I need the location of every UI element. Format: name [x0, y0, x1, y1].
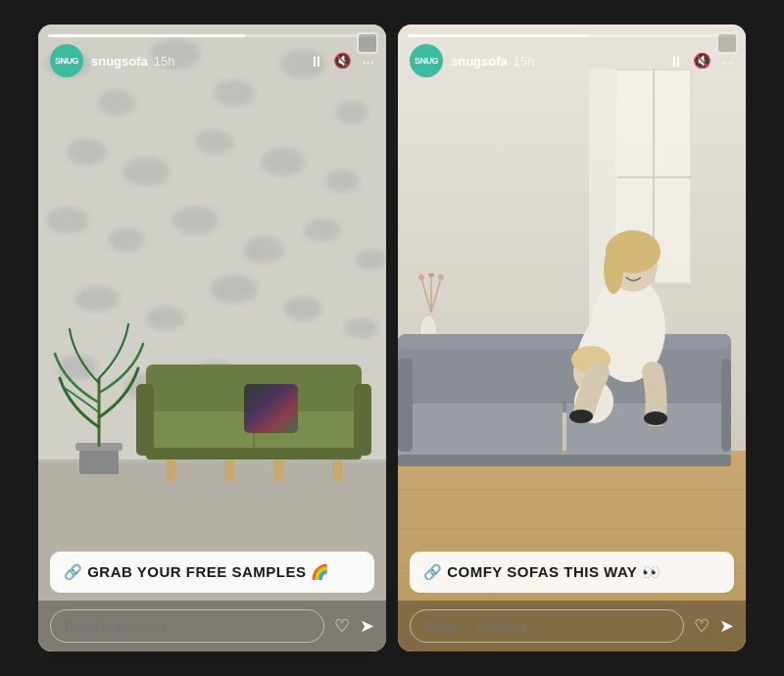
story-card-left: SNUG snugsofa 15h ⏸ 🔇 ···	[38, 24, 386, 652]
mute-icon-left[interactable]: 🔇	[333, 52, 352, 70]
pause-icon-left[interactable]: ⏸	[309, 53, 323, 70]
svg-rect-36	[166, 459, 175, 481]
heart-icon-right[interactable]: ♡	[694, 615, 710, 637]
header-actions-right: ⏸ 🔇 ···	[668, 52, 734, 70]
story-footer-right: ♡ ➤	[398, 601, 746, 652]
svg-rect-37	[224, 459, 234, 481]
svg-rect-39	[332, 459, 342, 481]
svg-point-50	[438, 274, 444, 280]
svg-point-7	[122, 158, 170, 185]
svg-point-16	[357, 250, 386, 269]
story-header-left: SNUG snugsofa 15h ⏸ 🔇 ···	[50, 44, 374, 77]
cta-banner-left[interactable]: 🔗 GRAB YOUR FREE SAMPLES 🌈	[50, 552, 374, 593]
svg-line-47	[431, 278, 441, 313]
story-checkbox-left[interactable]	[357, 32, 378, 54]
svg-point-8	[196, 130, 233, 154]
svg-rect-34	[136, 384, 154, 456]
svg-point-14	[244, 237, 283, 263]
svg-point-67	[569, 410, 593, 423]
send-icon-left[interactable]: ➤	[360, 615, 374, 637]
svg-point-13	[172, 207, 218, 234]
stories-container: SNUG snugsofa 15h ⏸ 🔇 ···	[19, 5, 765, 671]
time-right: 15h	[514, 54, 535, 69]
username-time-left: snugsofa 15h	[91, 54, 175, 69]
svg-rect-33	[146, 448, 362, 459]
svg-point-21	[346, 318, 377, 338]
svg-point-3	[215, 80, 254, 106]
story-header-right: SNUG snugsofa 15h ⏸ 🔇 ···	[410, 44, 734, 77]
svg-rect-59	[721, 359, 731, 452]
progress-bar-right	[408, 34, 736, 37]
header-actions-left: ⏸ 🔇 ···	[309, 52, 374, 70]
svg-point-6	[68, 139, 107, 165]
scene-left: @making_walford_magical 🔗 GRAB YOUR FREE…	[38, 24, 386, 652]
reply-input-right[interactable]	[410, 609, 684, 643]
username-time-right: snugsofa 15h	[451, 54, 535, 69]
username-left: snugsofa	[91, 54, 148, 69]
svg-point-1	[99, 91, 134, 115]
cta-text-right: 🔗 COMFY SOFAS THIS WAY 👀	[423, 563, 661, 581]
person-svg	[540, 211, 716, 426]
time-left: 15h	[154, 54, 175, 69]
heart-icon-left[interactable]: ♡	[334, 615, 350, 637]
story-image-left: @making_walford_magical 🔗 GRAB YOUR FREE…	[38, 24, 386, 652]
svg-point-20	[284, 297, 321, 320]
svg-rect-38	[273, 459, 283, 481]
svg-point-49	[428, 273, 434, 277]
scene-right: @sineadcrowe 🔗 COMFY SOFAS THIS WAY 👀	[398, 24, 746, 652]
svg-point-19	[211, 275, 258, 303]
dried-flowers	[412, 273, 451, 313]
reply-input-left[interactable]	[50, 609, 324, 643]
progress-bar-left	[48, 34, 376, 37]
story-checkbox-right[interactable]	[716, 32, 738, 54]
plant-svg	[50, 319, 148, 476]
svg-point-9	[262, 148, 305, 175]
send-icon-right[interactable]: ➤	[719, 615, 734, 637]
svg-rect-57	[398, 455, 731, 466]
more-icon-right[interactable]: ···	[721, 53, 734, 70]
story-image-right: @sineadcrowe 🔗 COMFY SOFAS THIS WAY 👀	[398, 24, 746, 652]
username-right: snugsofa	[451, 54, 508, 69]
svg-point-18	[146, 307, 185, 330]
cta-banner-right[interactable]: 🔗 COMFY SOFAS THIS WAY 👀	[410, 552, 734, 593]
green-sofa-svg	[136, 355, 371, 482]
svg-point-15	[305, 219, 340, 241]
svg-rect-40	[244, 384, 298, 433]
mute-icon-right[interactable]: 🔇	[693, 52, 711, 70]
svg-point-10	[325, 170, 359, 192]
cta-text-left: 🔗 GRAB YOUR FREE SAMPLES 🌈	[64, 563, 330, 581]
svg-point-11	[47, 208, 88, 233]
svg-rect-27	[79, 447, 119, 474]
svg-point-17	[75, 286, 119, 312]
svg-line-45	[421, 278, 431, 313]
svg-point-68	[644, 411, 667, 425]
story-card-right: SNUG snugsofa 15h ⏸ 🔇 ···	[398, 24, 746, 652]
pause-icon-right[interactable]: ⏸	[668, 53, 683, 70]
avatar-left: SNUG	[50, 44, 83, 77]
svg-point-5	[336, 102, 368, 123]
story-footer-left: ♡ ➤	[38, 601, 386, 652]
svg-rect-53	[398, 403, 563, 461]
avatar-right: SNUG	[410, 44, 443, 77]
more-icon-left[interactable]: ···	[362, 53, 374, 70]
window-cross-h	[613, 176, 692, 178]
svg-rect-58	[398, 359, 413, 452]
svg-rect-35	[354, 384, 371, 456]
svg-point-12	[109, 228, 144, 252]
svg-point-63	[604, 245, 623, 294]
svg-point-48	[418, 274, 424, 280]
